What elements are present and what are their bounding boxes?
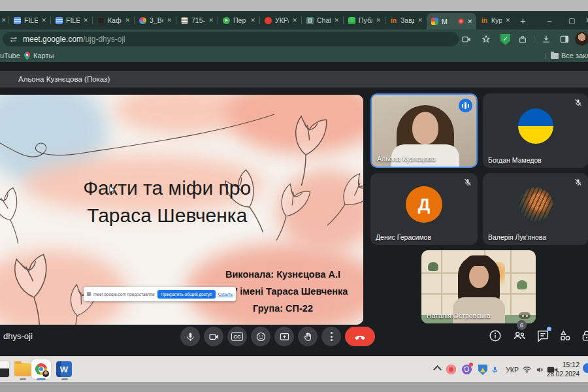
viber-icon[interactable] <box>462 365 472 374</box>
meeting-code: dhys-oji <box>3 331 33 341</box>
participant-name: Альона Кузнєцова <box>377 155 435 163</box>
tab-close-icon[interactable]: ✕ <box>249 16 257 24</box>
participants-button[interactable] <box>512 329 527 343</box>
file-explorer-button[interactable] <box>14 361 31 378</box>
tab-publ[interactable]: Публ✕ <box>344 11 385 29</box>
new-tab-button[interactable]: + <box>514 11 532 29</box>
wifi-icon[interactable] <box>522 366 532 374</box>
tab-close-icon[interactable]: ✕ <box>416 16 424 24</box>
letter-avatar: Д <box>406 186 442 223</box>
participant-tile-denys[interactable]: Д Денис Герасимов <box>370 173 478 245</box>
camera-button[interactable] <box>204 327 223 346</box>
vertical-dots-icon <box>331 332 333 341</box>
in-logo-icon: in <box>481 17 488 24</box>
tab-3ve[interactable]: 3_Ве✕ <box>135 11 176 29</box>
document-icon <box>56 17 63 24</box>
tab-close-icon[interactable]: ✕ <box>207 16 215 24</box>
taskbar-app-partial[interactable] <box>0 361 9 377</box>
tab-kurs[interactable]: inКурс✕ <box>476 11 514 29</box>
tab-close-icon[interactable]: ✕ <box>165 16 173 24</box>
tab-close-icon[interactable]: ✕ <box>466 18 474 25</box>
tab-715[interactable]: 715-✕ <box>176 11 218 29</box>
bookmark-youtube[interactable]: uTube <box>0 49 20 62</box>
presenter-banner: Альона Кузнєцова (Показ) <box>0 71 588 88</box>
tune-icon <box>9 35 18 44</box>
adblock-shield-icon[interactable]: ✓ <box>500 34 510 45</box>
all-bookmarks-button[interactable]: Все закладки <box>551 49 588 62</box>
tab-camera-icon[interactable] <box>461 34 472 44</box>
language-indicator[interactable]: УКР <box>506 366 519 374</box>
chat-app-icon <box>306 17 314 24</box>
minimize-button[interactable]: – <box>547 11 551 29</box>
tray-time: 15:12 <box>547 361 580 370</box>
screenshot-canvas: ✕ FILE✕ FILE✕ Кафе✕ 3_Ве✕ 715-✕ Пер✕ УКР… <box>0 0 588 392</box>
participant-tile-bogdan[interactable]: Богдан Мамедов <box>483 93 588 168</box>
present-screen-button[interactable] <box>274 327 294 346</box>
tray-app-icon[interactable] <box>446 365 456 374</box>
chrome-taskbar-button[interactable] <box>31 359 51 379</box>
tab-close-icon[interactable]: ✕ <box>40 16 48 24</box>
tab-partial[interactable]: ✕ <box>0 11 8 29</box>
tab-close-icon[interactable]: ✕ <box>504 16 512 24</box>
speaker-icon[interactable] <box>535 365 545 374</box>
participant-tile-natalia[interactable]: Наталія Островська <box>421 250 536 323</box>
tab-close-icon[interactable]: ✕ <box>82 16 90 24</box>
tray-date: 28.02.2024 <box>547 370 580 379</box>
screen-share-notification: meet.google.com предоставляет доступ к в… <box>84 287 236 301</box>
reactions-button[interactable] <box>251 327 270 346</box>
side-panel-icon[interactable] <box>559 34 570 44</box>
bookmark-maps[interactable]: Карты <box>24 49 54 62</box>
bookmarks-bar: uTube Карты | Все закладки <box>0 49 588 62</box>
tab-kafe[interactable]: Кафе✕ <box>93 11 134 29</box>
address-bar[interactable]: meet.google.com/ujg-dhys-oji <box>3 32 459 46</box>
tab-close-icon[interactable]: ✕ <box>291 16 299 24</box>
tab-close-icon[interactable]: ✕ <box>374 16 382 24</box>
notification-icon-partial[interactable] <box>583 363 588 373</box>
participant-tile-valeria[interactable]: Валерія Лук'янова <box>483 173 588 245</box>
tab-close-icon[interactable]: ✕ <box>333 16 340 24</box>
tab-ukr[interactable]: УКР/✕ <box>260 11 301 29</box>
tab-close-icon[interactable]: ✕ <box>123 16 131 24</box>
activities-button[interactable] <box>558 329 572 343</box>
running-indicator <box>20 378 26 380</box>
stop-sharing-button[interactable]: Прекратить общий доступ <box>157 290 216 299</box>
clock[interactable]: 15:12 28.02.2024 <box>547 361 580 378</box>
raise-hand-button[interactable] <box>298 327 318 346</box>
hide-notification-link[interactable]: Скрыть <box>218 292 233 297</box>
tab-close-icon[interactable]: ✕ <box>0 16 8 24</box>
audio-activity-icon <box>519 312 531 319</box>
tab-file-2[interactable]: FILE✕ <box>51 11 92 29</box>
profile-avatar[interactable] <box>575 32 588 46</box>
tab-per[interactable]: Пер✕ <box>218 11 259 29</box>
running-indicator-active <box>37 378 46 380</box>
more-options-button[interactable] <box>321 327 341 346</box>
bookmark-star-icon[interactable] <box>481 34 491 44</box>
windows-taskbar: W УКР 15:12 28.02.2024 <box>0 356 588 382</box>
tray-mic-icon[interactable] <box>491 365 499 375</box>
extensions-puzzle-icon[interactable] <box>517 34 528 44</box>
red-app-icon <box>265 17 272 24</box>
folder-icon <box>551 53 559 59</box>
word-taskbar-button[interactable]: W <box>56 361 73 378</box>
close-window-button[interactable]: ✕ <box>585 11 588 29</box>
mouse-cursor-icon <box>109 185 116 195</box>
tab-meet-active[interactable]: M✕ <box>427 13 476 29</box>
participant-tile-alona[interactable]: Альона Кузнєцова <box>370 93 478 168</box>
host-controls-button[interactable] <box>580 329 588 343</box>
security-shield-icon[interactable] <box>478 365 487 375</box>
download-icon[interactable] <box>541 34 551 44</box>
end-call-button[interactable] <box>345 327 375 346</box>
hidden-icons-chevron[interactable] <box>433 365 442 374</box>
mic-button[interactable] <box>180 327 200 346</box>
participants-count-badge: 6 <box>517 320 527 330</box>
tab-zavd[interactable]: inЗавд✕ <box>385 11 427 29</box>
maximize-button[interactable]: ▢ <box>568 11 575 29</box>
meeting-info-button[interactable] <box>488 329 502 343</box>
captions-button[interactable]: CC <box>227 327 247 346</box>
phone-icon <box>353 329 367 344</box>
tiger-photo-avatar <box>519 188 553 221</box>
maps-pin-icon <box>24 52 31 60</box>
tab-file-1[interactable]: FILE✕ <box>9 11 50 29</box>
color-wheel-icon <box>139 17 146 24</box>
tab-chat[interactable]: Chat✕ <box>302 11 343 29</box>
